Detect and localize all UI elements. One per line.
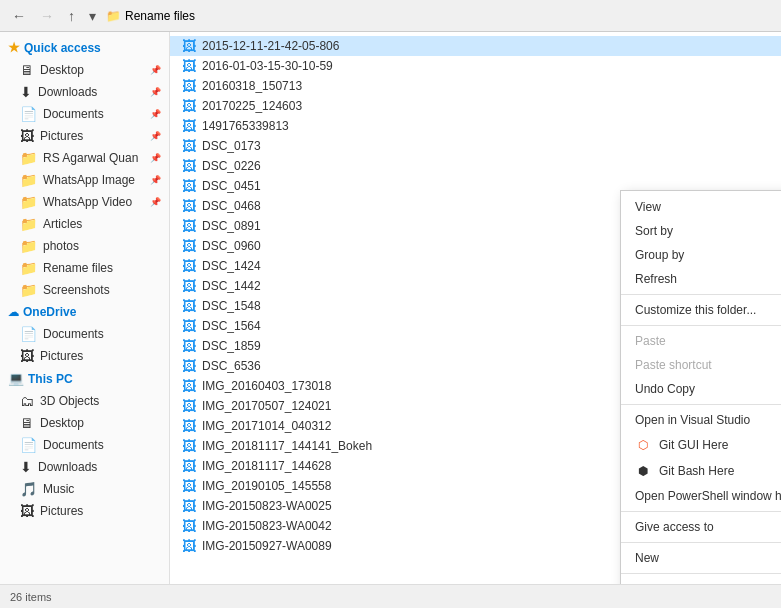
folder-icon-wai: 📁 — [20, 172, 37, 188]
table-row[interactable]: 🖼1491765339813 — [170, 116, 781, 136]
downloads2-icon: ⬇ — [20, 459, 32, 475]
table-row[interactable]: 🖼DSC_0173 — [170, 136, 781, 156]
context-menu-divider — [621, 294, 781, 295]
sidebar-item-downloads[interactable]: ⬇ Downloads 📌 — [0, 81, 169, 103]
table-row[interactable]: 🖼2015-12-11-21-42-05-806 — [170, 36, 781, 56]
context-menu-item-give-access[interactable]: Give access to › — [621, 515, 781, 539]
file-name: DSC_1859 — [202, 339, 261, 353]
ctx-label-paste: Paste — [635, 334, 666, 348]
context-menu-item-open-ps[interactable]: Open PowerShell window here — [621, 484, 781, 508]
sidebar-item-rename-files[interactable]: 📁 Rename files — [0, 257, 169, 279]
main-layout: ★ Quick access 🖥 Desktop 📌 ⬇ Downloads 📌… — [0, 32, 781, 584]
recent-button[interactable]: ▾ — [85, 6, 100, 26]
context-menu-item-customize[interactable]: Customize this folder... — [621, 298, 781, 322]
ctx-label-customize: Customize this folder... — [635, 303, 756, 317]
sidebar-section-quick-access[interactable]: ★ Quick access — [0, 36, 169, 59]
sidebar-item-desktop2-label: Desktop — [40, 416, 84, 430]
desktop-icon: 🖥 — [20, 62, 34, 78]
sidebar-item-od-pictures[interactable]: 🖼 Pictures — [0, 345, 169, 367]
context-menu-item-refresh[interactable]: Refresh — [621, 267, 781, 291]
title-bar: ← → ↑ ▾ 📁 Rename files — [0, 0, 781, 32]
up-button[interactable]: ↑ — [64, 6, 79, 26]
sidebar-item-photos[interactable]: 📁 photos — [0, 235, 169, 257]
sidebar-item-rs-agarwal[interactable]: 📁 RS Agarwal Quan 📌 — [0, 147, 169, 169]
file-icon: 🖼 — [182, 278, 196, 294]
status-text: 26 items — [10, 591, 52, 603]
context-menu-item-open-vs[interactable]: Open in Visual Studio — [621, 408, 781, 432]
pictures-icon: 🖼 — [20, 128, 34, 144]
sidebar-item-od-docs-label: Documents — [43, 327, 104, 341]
context-menu-item-group-by[interactable]: Group by › — [621, 243, 781, 267]
folder-icon-photos: 📁 — [20, 238, 37, 254]
file-name: DSC_0173 — [202, 139, 261, 153]
documents2-icon: 📄 — [20, 437, 37, 453]
sidebar-section-onedrive[interactable]: ☁ OneDrive — [0, 301, 169, 323]
sidebar-section-this-pc[interactable]: 💻 This PC — [0, 367, 169, 390]
pin-icon-rs: 📌 — [150, 153, 161, 163]
sidebar-item-whatsapp-video[interactable]: 📁 WhatsApp Video 📌 — [0, 191, 169, 213]
pin-icon-wai: 📌 — [150, 175, 161, 185]
sidebar-item-documents2-label: Documents — [43, 438, 104, 452]
table-row[interactable]: 🖼20170225_124603 — [170, 96, 781, 116]
sidebar-item-screenshots-label: Screenshots — [43, 283, 110, 297]
sidebar-item-od-documents[interactable]: 📄 Documents — [0, 323, 169, 345]
ctx-label-refresh: Refresh — [635, 272, 677, 286]
sidebar-item-desktop2[interactable]: 🖥 Desktop — [0, 412, 169, 434]
file-name: IMG_20160403_173018 — [202, 379, 331, 393]
context-menu-item-git-bash[interactable]: ⬢ Git Bash Here — [621, 458, 781, 484]
sidebar-item-documents-label: Documents — [43, 107, 104, 121]
table-row[interactable]: 🖼20160318_150713 — [170, 76, 781, 96]
table-row[interactable]: 🖼DSC_0226 — [170, 156, 781, 176]
file-name: IMG-20150927-WA0089 — [202, 539, 332, 553]
onedrive-label: OneDrive — [23, 305, 76, 319]
sidebar-item-pictures[interactable]: 🖼 Pictures 📌 — [0, 125, 169, 147]
od-documents-icon: 📄 — [20, 326, 37, 342]
content-area: 🖼2015-12-11-21-42-05-806🖼2016-01-03-15-3… — [170, 32, 781, 584]
breadcrumb: 📁 Rename files — [106, 9, 773, 23]
sidebar-item-screenshots[interactable]: 📁 Screenshots — [0, 279, 169, 301]
ctx-label-view: View — [635, 200, 661, 214]
sidebar-item-pictures2-label: Pictures — [40, 504, 83, 518]
sidebar-item-music[interactable]: 🎵 Music — [0, 478, 169, 500]
file-name: 2015-12-11-21-42-05-806 — [202, 39, 339, 53]
downloads-icon: ⬇ — [20, 84, 32, 100]
desktop2-icon: 🖥 — [20, 415, 34, 431]
sidebar-item-pictures2[interactable]: 🖼 Pictures — [0, 500, 169, 522]
sidebar-item-desktop[interactable]: 🖥 Desktop 📌 — [0, 59, 169, 81]
sidebar-item-articles[interactable]: 📁 Articles — [0, 213, 169, 235]
sidebar-item-documents[interactable]: 📄 Documents 📌 — [0, 103, 169, 125]
file-name: IMG_20171014_040312 — [202, 419, 331, 433]
documents-icon: 📄 — [20, 106, 37, 122]
pin-icon-pics: 📌 — [150, 131, 161, 141]
file-name: DSC_1548 — [202, 299, 261, 313]
sidebar-item-desktop-label: Desktop — [40, 63, 84, 77]
sidebar-item-wai-label: WhatsApp Image — [43, 173, 135, 187]
file-name: IMG_20181117_144628 — [202, 459, 331, 473]
context-menu-item-sort-by[interactable]: Sort by › — [621, 219, 781, 243]
sidebar-item-3d-objects[interactable]: 🗂 3D Objects — [0, 390, 169, 412]
context-menu-item-git-gui[interactable]: ⬡ Git GUI Here — [621, 432, 781, 458]
forward-button[interactable]: → — [36, 6, 58, 26]
table-row[interactable]: 🖼2016-01-03-15-30-10-59 — [170, 56, 781, 76]
3d-objects-icon: 🗂 — [20, 393, 34, 409]
ctx-label-new: New — [635, 551, 659, 565]
od-pictures-icon: 🖼 — [20, 348, 34, 364]
sidebar-item-documents2[interactable]: 📄 Documents — [0, 434, 169, 456]
context-menu-item-properties[interactable]: Properties — [621, 577, 781, 584]
context-menu-item-new[interactable]: New › — [621, 546, 781, 570]
sidebar: ★ Quick access 🖥 Desktop 📌 ⬇ Downloads 📌… — [0, 32, 170, 584]
sidebar-item-whatsapp-image[interactable]: 📁 WhatsApp Image 📌 — [0, 169, 169, 191]
back-button[interactable]: ← — [8, 6, 30, 26]
context-menu-item-undo-copy[interactable]: Undo Copy Ctrl+Z — [621, 377, 781, 401]
file-icon: 🖼 — [182, 178, 196, 194]
file-icon: 🖼 — [182, 218, 196, 234]
folder-icon-rs: 📁 — [20, 150, 37, 166]
sidebar-item-photos-label: photos — [43, 239, 79, 253]
file-icon: 🖼 — [182, 138, 196, 154]
context-menu-item-view[interactable]: View › — [621, 195, 781, 219]
sidebar-item-downloads2[interactable]: ⬇ Downloads — [0, 456, 169, 478]
breadcrumb-title: Rename files — [125, 9, 195, 23]
sidebar-item-rename-label: Rename files — [43, 261, 113, 275]
file-icon: 🖼 — [182, 198, 196, 214]
sidebar-item-od-pics-label: Pictures — [40, 349, 83, 363]
